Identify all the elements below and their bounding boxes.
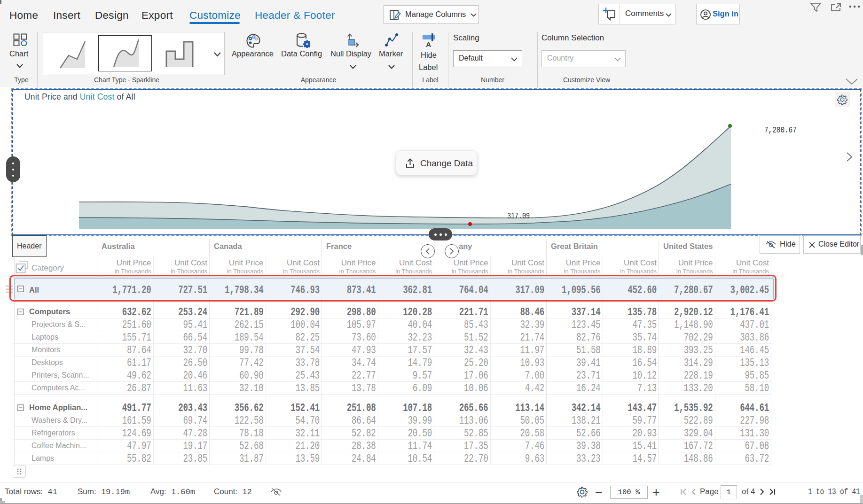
- svg-text:A: A: [426, 40, 431, 48]
